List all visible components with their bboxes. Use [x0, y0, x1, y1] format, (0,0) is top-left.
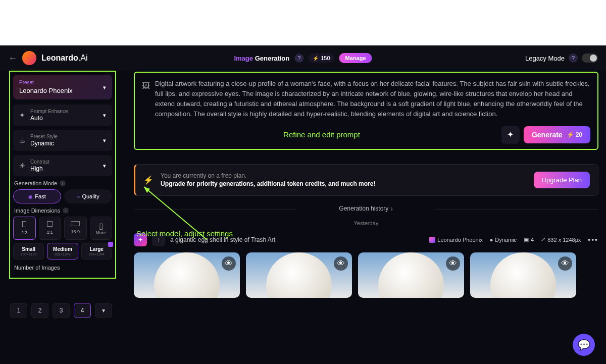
check-icon: ◉: [28, 194, 33, 199]
image-dimensions-label: Image Dimensions i: [14, 207, 112, 214]
palette-icon: ♨: [19, 136, 26, 144]
result-thumb[interactable]: 👁: [134, 252, 240, 298]
preview-icon[interactable]: 👁: [334, 256, 348, 271]
generation-history-label: Generation history ↓: [134, 205, 598, 212]
contrast-selector[interactable]: ☀ Contrast High ▾: [13, 155, 112, 176]
contrast-icon: ☀: [19, 162, 26, 170]
fast-mode-button[interactable]: ◉ Fast: [13, 189, 61, 203]
legacy-help-icon[interactable]: ?: [569, 54, 578, 63]
help-icon[interactable]: ?: [294, 54, 304, 63]
sparkles-icon: ✦: [19, 111, 25, 119]
legacy-toggle[interactable]: [582, 54, 598, 63]
gen-model: Leonardo Phoenix: [429, 237, 482, 243]
gen-count: ▣ 4: [524, 236, 534, 243]
history-date: Yesterday: [134, 220, 598, 226]
number-of-images-label: Number of Images: [14, 265, 112, 271]
manage-button[interactable]: Manage: [339, 53, 372, 63]
preview-icon[interactable]: 👁: [558, 256, 572, 271]
preset-label: Preset: [19, 80, 106, 85]
gen-style: ● Dynamic: [490, 237, 517, 243]
size-medium[interactable]: Medium832×1248: [47, 243, 78, 259]
ratio-more[interactable]: More: [90, 217, 113, 240]
header: ← Leonardo.Ai Image Generation ? ⚡ 150 M…: [0, 45, 606, 71]
refine-annotation: Refine and edit prompt: [283, 130, 360, 139]
back-arrow-icon[interactable]: ←: [8, 53, 17, 64]
result-thumb[interactable]: 👁: [470, 252, 576, 298]
num-4[interactable]: 4: [74, 303, 91, 318]
preset-selector[interactable]: Preset Leonardo Phoenix ▾: [13, 75, 112, 99]
ratio-2-3[interactable]: 2:3: [13, 217, 36, 240]
quality-mode-button[interactable]: ○ Quality: [64, 189, 112, 203]
prompt-enhance-selector[interactable]: ✦ Prompt Enhance Auto ▾: [13, 105, 112, 126]
prompt-area: 🖼 Digital artwork featuring a close-up p…: [134, 72, 598, 150]
page-title: Image Generation: [234, 55, 289, 62]
info-icon[interactable]: i: [60, 180, 66, 186]
generate-button[interactable]: Generate ⚡20: [524, 126, 590, 143]
info-icon[interactable]: i: [63, 207, 69, 214]
chat-fab[interactable]: 💬: [573, 334, 595, 356]
more-icon[interactable]: •••: [588, 236, 598, 244]
result-thumb[interactable]: 👁: [358, 252, 464, 298]
gen-resolution: ⤢ 832 x 1248px: [541, 236, 581, 243]
num-3[interactable]: 3: [53, 303, 70, 318]
brand-logo[interactable]: Leonardo.Ai: [41, 54, 88, 63]
user-avatar[interactable]: [22, 51, 36, 65]
legacy-mode-label: Legacy Mode: [525, 55, 565, 62]
chevron-down-icon: ▾: [103, 112, 106, 119]
preview-icon[interactable]: 👁: [446, 256, 460, 271]
upgrade-plan-button[interactable]: Upgrade Plan: [534, 172, 590, 188]
upgrade-banner: ⚡ You are currently on a free plan. Upgr…: [134, 164, 598, 196]
num-2[interactable]: 2: [31, 303, 48, 318]
number-of-images-row: 1 2 3 4 ▾: [10, 303, 112, 318]
result-thumbnails: 👁 👁 👁 👁: [134, 252, 598, 298]
settings-annotation: Select model, adjust settings: [136, 229, 233, 238]
settings-sidebar: Preset Leonardo Phoenix ▾ ✦ Prompt Enhan…: [9, 71, 116, 279]
generation-mode-label: Generation Mode i: [14, 180, 112, 186]
image-icon: 🖼: [142, 80, 150, 92]
num-1[interactable]: 1: [10, 303, 27, 318]
token-balance: ⚡ 150: [309, 54, 334, 63]
preview-icon[interactable]: 👁: [222, 256, 236, 271]
num-more[interactable]: ▾: [95, 303, 112, 318]
size-small[interactable]: Small736×1120: [13, 243, 44, 259]
preset-value: Leonardo Phoenix: [19, 87, 106, 94]
size-large[interactable]: Large896×1344: [81, 243, 112, 259]
bolt-icon: ⚡: [143, 175, 154, 185]
token-icon: ⚡: [313, 56, 319, 61]
ratio-16-9[interactable]: 16:9: [64, 217, 87, 240]
preset-style-selector[interactable]: ♨ Preset Style Dynamic ▾: [13, 130, 112, 151]
prompt-text[interactable]: 🖼 Digital artwork featuring a close-up p…: [142, 79, 590, 120]
chevron-down-icon: ▾: [103, 163, 106, 169]
magic-prompt-button[interactable]: ✦: [501, 126, 520, 144]
token-icon: ⚡: [567, 131, 574, 138]
ratio-1-1[interactable]: 1:1: [39, 217, 62, 240]
result-thumb[interactable]: 👁: [246, 252, 352, 298]
circle-icon: ○: [77, 194, 80, 199]
chevron-down-icon: ▾: [103, 137, 106, 144]
chevron-down-icon: ▾: [103, 84, 106, 90]
